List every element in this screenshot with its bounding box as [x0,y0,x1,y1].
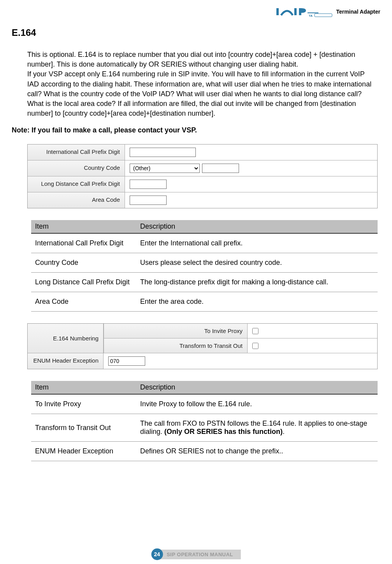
table2-row1-desc: The call from FXO to PSTN follows the E.… [136,414,378,442]
long-dist-label: Long Distance Call Prefix Digit [28,176,125,192]
intl-prefix-input[interactable] [130,148,196,157]
country-code-extra-input[interactable] [202,164,239,173]
e164-numbering-form: E.164 Numbering To Invite Proxy Transfor… [27,323,378,369]
invite-proxy-cell [248,324,377,338]
e164-nested-rows: To Invite Proxy Transform to Transit Out [104,324,377,353]
enum-cell [104,353,377,369]
logo-suffix-text: Terminal Adapter [336,9,380,15]
table2-header-desc: Description [136,381,378,394]
invite-proxy-label: To Invite Proxy [104,324,248,338]
para1-text: This is optional. E.164 is to replace nu… [27,51,355,68]
table2-row1-item: Transform to Transit Out [31,414,136,442]
form-row-long-dist: Long Distance Call Prefix Digit [28,176,377,192]
table-row: Long Distance Call Prefix Digit The long… [31,273,378,292]
table-row: To Invite Proxy Invite Proxy to follow t… [31,394,378,414]
invite-proxy-checkbox[interactable] [252,328,258,334]
table-row: ENUM Header Exception Defines OR SERIES … [31,442,378,461]
table1-row1-item: Country Code [31,253,136,273]
enum-input[interactable] [108,356,145,366]
intl-prefix-cell [125,145,377,160]
table2-row1-desc-bold: (Only OR SERIES has this function) [164,428,283,435]
form-row-enum: ENUM Header Exception [28,353,377,369]
form-row-intl-prefix: International Call Prefix Digit [28,145,377,160]
intl-prefix-label: International Call Prefix Digit [28,145,125,160]
page-number-badge: 24 [151,548,163,560]
table1-header-desc: Description [136,220,378,233]
description-table-2: Item Description To Invite Proxy Invite … [31,381,378,461]
header-logo: TA Terminal Adapter [276,6,380,18]
area-code-cell [125,192,377,208]
table1-row2-item: Long Distance Call Prefix Digit [31,273,136,292]
para2-text: If your VSP accept only E.164 numbering … [27,70,371,117]
table1-row3-desc: Enter the area code. [136,292,378,312]
nested-row-transform: Transform to Transit Out [104,338,377,353]
transform-label: Transform to Transit Out [104,338,248,353]
nested-row-invite-proxy: To Invite Proxy [104,324,377,338]
table2-row1-desc-post: . [283,428,285,435]
table1-row0-desc: Enter the International call prefix. [136,233,378,253]
country-code-label: Country Code [28,160,125,176]
country-code-select[interactable]: (Other) [130,164,200,173]
svg-text:TA: TA [309,14,313,18]
long-dist-input[interactable] [130,180,167,189]
svg-rect-0 [276,8,279,15]
table-row: Transform to Transit Out The call from F… [31,414,378,442]
table2-row0-desc: Invite Proxy to follow the E.164 rule. [136,394,378,414]
svg-rect-3 [315,14,332,17]
long-dist-cell [125,176,377,192]
form-row-area-code: Area Code [28,192,377,208]
table-row: International Call Prefix Digit Enter th… [31,233,378,253]
table2-header-item: Item [31,381,136,394]
section-heading: E.164 [12,27,380,38]
table1-row3-item: Area Code [31,292,136,312]
svg-rect-1 [294,8,297,15]
table-row: Country Code Users please select the des… [31,253,378,273]
table1-row1-desc: Users please select the desired country … [136,253,378,273]
enum-label: ENUM Header Exception [28,353,104,369]
transform-checkbox[interactable] [252,343,258,349]
transform-cell [248,338,377,353]
area-code-input[interactable] [130,196,167,205]
e164-settings-form: International Call Prefix Digit Country … [27,144,378,208]
table1-header-item: Item [31,220,136,233]
form-row-e164-numbering: E.164 Numbering To Invite Proxy Transfor… [28,324,377,353]
page-footer: 24 SIP OPERATION MANUAL [151,548,241,560]
e164-numbering-label: E.164 Numbering [28,324,104,353]
manual-title-label: SIP OPERATION MANUAL [157,550,241,559]
table-row: Area Code Enter the area code. [31,292,378,312]
table2-row0-item: To Invite Proxy [31,394,136,414]
description-table-1: Item Description International Call Pref… [31,220,378,312]
area-code-label: Area Code [28,192,125,208]
form-row-country-code: Country Code (Other) [28,160,377,176]
table2-row2-desc: Defines OR SERIES not to change the pref… [136,442,378,461]
intro-paragraph-1: This is optional. E.164 is to replace nu… [27,50,376,118]
table1-row0-item: International Call Prefix Digit [31,233,136,253]
note-paragraph: Note: If you fail to make a call, please… [12,126,380,134]
country-code-cell: (Other) [125,160,377,176]
table1-row2-desc: The long-distance prefix digit for makin… [136,273,378,292]
brand-logo-icon: TA [276,6,334,18]
table2-row2-item: ENUM Header Exception [31,442,136,461]
